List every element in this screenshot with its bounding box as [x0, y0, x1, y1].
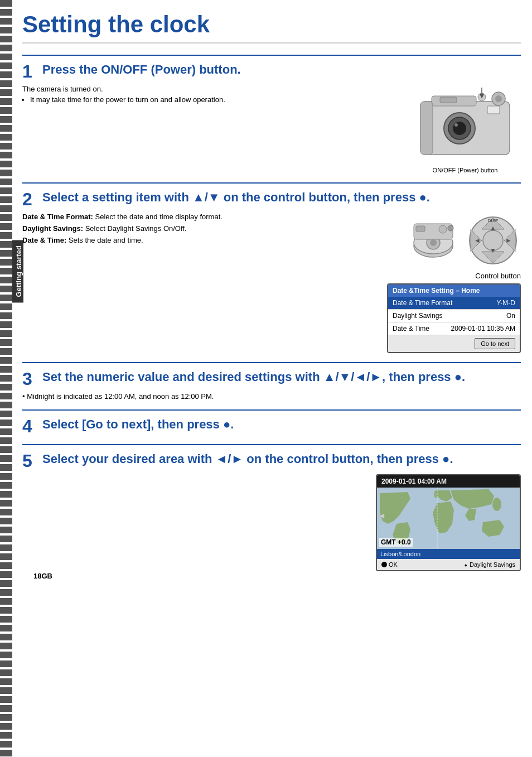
svg-point-29 — [492, 498, 501, 511]
svg-rect-6 — [487, 106, 500, 114]
directional-pad-illustration: DISP ▲ ▼ ◄ ► — [465, 213, 521, 268]
step-1: 1 Press the ON/OFF (Power) button. The c… — [22, 55, 521, 173]
map-area: ◄ GMT +0.0 — [377, 488, 520, 549]
svg-point-30 — [434, 490, 438, 498]
svg-point-9 — [495, 95, 502, 102]
step-5-title: Select your desired area with ◄/► on the… — [42, 452, 453, 466]
svg-point-4 — [453, 122, 466, 135]
step-1-number: 1 — [22, 62, 38, 80]
step-3-number: 3 — [22, 370, 38, 388]
screen-row-2: Daylight Savings On — [388, 310, 520, 322]
map-ok: OK — [381, 561, 398, 568]
map-bottom-bar: OK ⬧ Daylight Savings — [377, 559, 520, 570]
step-5-number: 5 — [22, 452, 38, 470]
svg-text:▲: ▲ — [490, 224, 496, 232]
svg-rect-18 — [416, 226, 425, 232]
step-2-images: DISP ▲ ▼ ◄ ► Control button Date &Time S… — [387, 213, 521, 353]
page-title: Setting the clock — [22, 11, 521, 44]
svg-text:◄: ◄ — [474, 237, 481, 244]
step-4: 4 Select [Go to next], then press ●. — [22, 409, 521, 435]
sidebar-decoration — [0, 0, 12, 757]
screen-row-1: Date & Time Format Y-M-D — [388, 297, 520, 310]
screen-title: Date &Time Setting – Home — [388, 285, 520, 297]
svg-text:▼: ▼ — [490, 247, 496, 254]
step-5: 5 Select your desired area with ◄/► on t… — [22, 444, 521, 571]
svg-point-16 — [430, 239, 437, 246]
step-2-text: Date & Time Format: Select the date and … — [22, 213, 381, 247]
ok-dot-icon — [381, 562, 387, 567]
step-3-title: Set the numeric value and desired settin… — [42, 370, 465, 384]
svg-text:◄: ◄ — [378, 511, 386, 520]
step-2: 2 Select a setting item with ▲/▼ on the … — [22, 182, 521, 353]
step-1-desc: The camera is turned on. — [22, 85, 404, 93]
step-3-note: • Midnight is indicated as 12:00 AM, and… — [22, 392, 521, 401]
step-2-number: 2 — [22, 190, 38, 208]
step-1-image-caption: ON/OFF (Power) button — [409, 167, 521, 173]
svg-text:DISP: DISP — [488, 218, 499, 223]
step-1-text: The camera is turned on. It may take tim… — [22, 85, 404, 105]
screen-button-area: Go to next — [388, 335, 520, 352]
step-2-field2: Daylight Savings: Select Daylight Saving… — [22, 224, 381, 233]
page-number: 18GB — [33, 572, 52, 580]
step-1-title: Press the ON/OFF (Power) button. — [42, 62, 241, 77]
step-2-field3: Date & Time: Sets the date and time. — [22, 236, 381, 244]
map-daylight: ⬧ Daylight Savings — [464, 561, 515, 568]
step-3: 3 Set the numeric value and desired sett… — [22, 362, 521, 401]
svg-rect-7 — [440, 97, 457, 103]
step-1-bullet: It may take time for the power to turn o… — [30, 95, 404, 104]
step-4-number: 4 — [22, 417, 38, 435]
map-topbar: 2009-01-01 04:00 AM — [377, 475, 520, 488]
svg-point-20 — [448, 225, 453, 231]
step-2-image-caption: Control button — [475, 272, 521, 280]
step-4-title: Select [Go to next], then press ●. — [42, 417, 234, 432]
svg-point-5 — [454, 123, 458, 127]
map-screen: 2009-01-01 04:00 AM — [376, 474, 521, 571]
step-2-title: Select a setting item with ▲/▼ on the co… — [42, 190, 430, 205]
camera-illustration — [409, 85, 521, 163]
svg-text:►: ► — [505, 237, 512, 244]
map-gmt-label: GMT +0.0 — [379, 538, 413, 547]
control-wheel-illustration — [408, 218, 458, 263]
go-to-next-button[interactable]: Go to next — [475, 338, 515, 349]
svg-point-19 — [439, 225, 447, 233]
screen-row-3: Date & Time 2009-01-01 10:35 AM — [388, 322, 520, 335]
svg-rect-12 — [420, 102, 433, 155]
step-1-image: ON/OFF (Power) button — [409, 85, 521, 173]
date-time-screen: Date &Time Setting – Home Date & Time Fo… — [387, 283, 521, 353]
step-2-field1: Date & Time Format: Select the date and … — [22, 213, 381, 221]
map-location-bar: Lisbon/London — [377, 549, 520, 559]
